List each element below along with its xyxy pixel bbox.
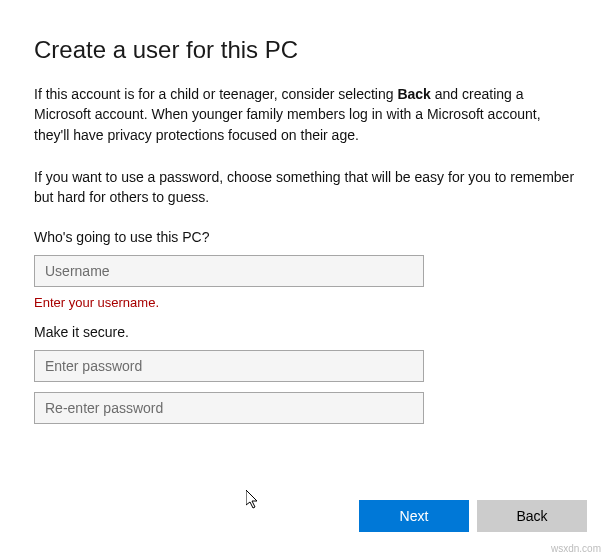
page-title: Create a user for this PC bbox=[34, 36, 575, 64]
username-input[interactable] bbox=[34, 255, 424, 287]
dialog-body: Create a user for this PC If this accoun… bbox=[0, 0, 609, 424]
desc1-bold-back: Back bbox=[397, 86, 430, 102]
desc1-before: If this account is for a child or teenag… bbox=[34, 86, 397, 102]
secure-label: Make it secure. bbox=[34, 324, 575, 340]
cursor-icon bbox=[246, 490, 260, 510]
who-label: Who's going to use this PC? bbox=[34, 229, 575, 245]
next-button[interactable]: Next bbox=[359, 500, 469, 532]
reenter-password-input[interactable] bbox=[34, 392, 424, 424]
description-paragraph-2: If you want to use a password, choose so… bbox=[34, 167, 575, 208]
password-input[interactable] bbox=[34, 350, 424, 382]
button-row: Next Back bbox=[359, 500, 587, 532]
watermark-text: wsxdn.com bbox=[551, 543, 601, 554]
username-error: Enter your username. bbox=[34, 295, 575, 310]
description-paragraph-1: If this account is for a child or teenag… bbox=[34, 84, 575, 145]
back-button[interactable]: Back bbox=[477, 500, 587, 532]
